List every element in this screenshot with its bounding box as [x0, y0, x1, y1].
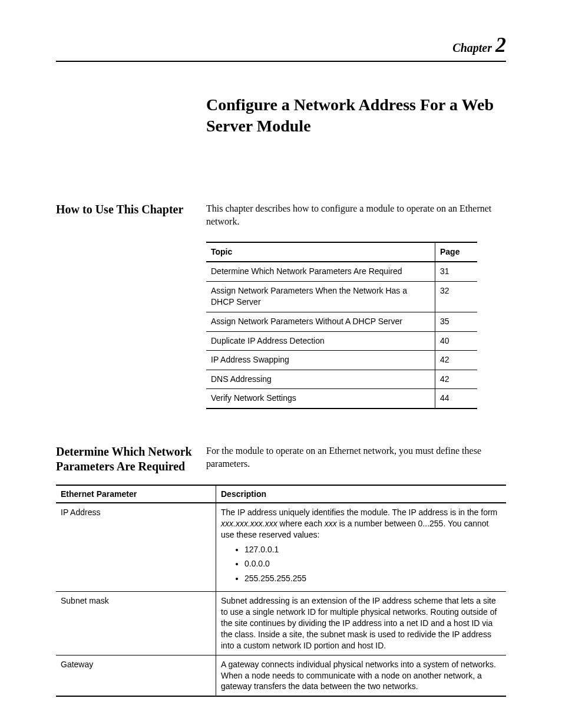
- table-row: Gateway A gateway connects individual ph…: [56, 655, 506, 696]
- section-body: For the module to operate on an Ethernet…: [206, 444, 506, 471]
- list-item: 255.255.255.255: [244, 573, 501, 584]
- param-cell: Subnet mask: [56, 592, 216, 655]
- topic-cell: Determine Which Network Parameters Are R…: [206, 262, 435, 281]
- desc-cell: The IP address uniquely identifies the m…: [216, 503, 507, 592]
- desc-text-italic: xxx: [325, 519, 337, 528]
- list-item: 127.0.0.1: [244, 544, 501, 555]
- param-cell: Gateway: [56, 655, 216, 696]
- table-row: DNS Addressing42: [206, 370, 477, 389]
- table-row: Subnet mask Subnet addressing is an exte…: [56, 592, 506, 655]
- chapter-header: Chapter2: [56, 32, 506, 57]
- topic-cell: Duplicate IP Address Detection: [206, 331, 435, 351]
- desc-text: The IP address uniquely identifies the m…: [221, 508, 497, 517]
- reserved-list: 127.0.0.1 0.0.0.0 255.255.255.255: [221, 544, 501, 585]
- list-item: 0.0.0.0: [244, 558, 501, 569]
- section-heading-how-to-use: How to Use This Chapter: [56, 202, 206, 217]
- topic-header-topic: Topic: [206, 242, 435, 262]
- table-row: Duplicate IP Address Detection40: [206, 331, 477, 351]
- topic-cell: Assign Network Parameters When the Netwo…: [206, 281, 435, 312]
- topic-cell: Verify Network Settings: [206, 389, 435, 409]
- page-title: Configure a Network Address For a Web Se…: [206, 94, 501, 137]
- topic-cell: DNS Addressing: [206, 370, 435, 389]
- topic-cell: IP Address Swapping: [206, 351, 435, 370]
- param-cell: IP Address: [56, 503, 216, 592]
- table-row: Assign Network Parameters When the Netwo…: [206, 281, 477, 312]
- chapter-number: 2: [495, 33, 506, 57]
- header-rule: [56, 61, 506, 62]
- topic-cell: Assign Network Parameters Without A DHCP…: [206, 312, 435, 331]
- page-cell: 40: [435, 331, 478, 351]
- table-row: IP Address Swapping42: [206, 351, 477, 370]
- chapter-word: Chapter: [452, 41, 492, 54]
- desc-cell: A gateway connects individual physical n…: [216, 655, 507, 696]
- table-row: IP Address The IP address uniquely ident…: [56, 503, 506, 592]
- page-cell: 42: [435, 370, 478, 389]
- page-cell: 31: [435, 262, 478, 281]
- desc-cell: Subnet addressing is an extension of the…: [216, 592, 507, 655]
- section-heading-determine-params: Determine Which Network Parameters Are R…: [56, 444, 206, 474]
- page-cell: 35: [435, 312, 478, 331]
- table-row: Assign Network Parameters Without A DHCP…: [206, 312, 477, 331]
- section-body: This chapter describes how to configure …: [206, 202, 506, 229]
- param-header-param: Ethernet Parameter: [56, 485, 216, 503]
- topic-header-page: Page: [435, 242, 478, 262]
- desc-text: where each: [277, 519, 325, 528]
- table-row: Determine Which Network Parameters Are R…: [206, 262, 477, 281]
- page-cell: 32: [435, 281, 478, 312]
- topic-table: Topic Page Determine Which Network Param…: [206, 242, 477, 409]
- table-row: Verify Network Settings44: [206, 389, 477, 409]
- param-table: Ethernet Parameter Description IP Addres…: [56, 485, 506, 697]
- desc-text-italic: xxx.xxx.xxx.xxx: [221, 519, 277, 528]
- page-cell: 44: [435, 389, 478, 409]
- page-cell: 42: [435, 351, 478, 370]
- param-header-desc: Description: [216, 485, 507, 503]
